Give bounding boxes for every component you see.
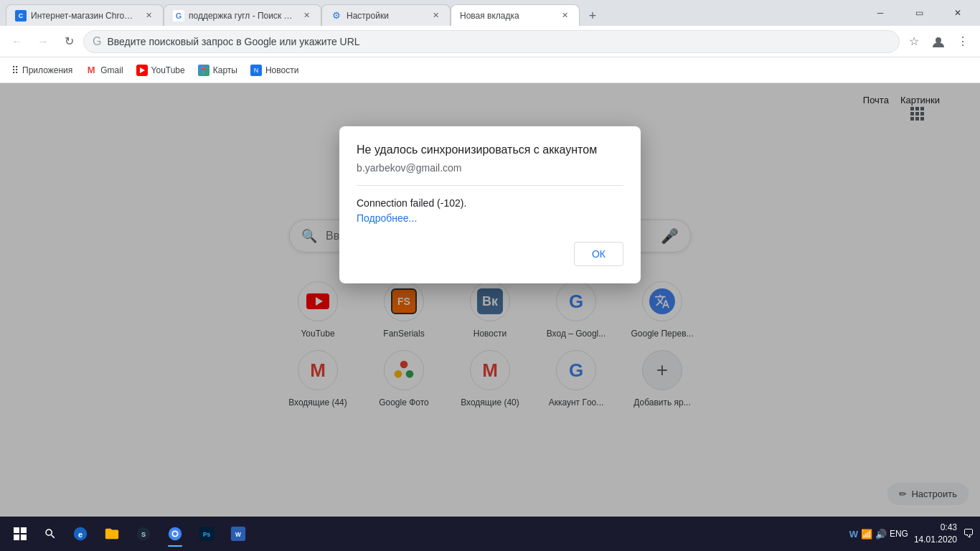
bookmark-news[interactable]: N Новости xyxy=(245,62,304,79)
tab-new-tab[interactable]: Новая вкладка ✕ xyxy=(451,4,580,26)
taskbar: e S Ps W W 📶 xyxy=(0,517,980,551)
tab-chrome-store[interactable]: C Интернет-магазин Chrome - Ра... ✕ xyxy=(6,4,164,26)
tab1-title: Интернет-магазин Chrome - Ра... xyxy=(31,11,138,21)
tab4-title: Новая вкладка xyxy=(460,11,555,21)
bookmark-gmail[interactable]: M Gmail xyxy=(80,62,128,79)
address-bar-text: Введите поисковый запрос в Google или ук… xyxy=(107,36,890,47)
clock-time: 0:43 xyxy=(914,522,957,534)
gmail-favicon: M xyxy=(85,65,97,76)
maps-favicon: 📍 xyxy=(198,65,209,76)
taskbar-chrome[interactable] xyxy=(161,519,189,548)
clock-date: 14.01.2020 xyxy=(914,534,957,546)
title-bar: C Интернет-магазин Chrome - Ра... ✕ G по… xyxy=(0,0,980,26)
dialog-title: Не удалось синхронизироваться с аккаунто… xyxy=(357,143,623,156)
window-controls: ─ ▭ ✕ xyxy=(864,0,974,26)
toolbar-actions: ☆ ⋮ xyxy=(903,30,974,53)
bookmark-youtube-label: YouTube xyxy=(151,65,185,75)
maximize-button[interactable]: ▭ xyxy=(903,0,936,26)
taskbar-file-explorer[interactable] xyxy=(98,519,126,548)
language-indicator[interactable]: ENG xyxy=(890,529,908,539)
notification-center-icon[interactable]: 🗨 xyxy=(963,527,974,540)
dialog-learn-more-link[interactable]: Подробнее... xyxy=(357,212,417,224)
bookmark-gmail-label: Gmail xyxy=(100,65,123,75)
bookmark-news-label: Новости xyxy=(265,65,298,75)
minimize-button[interactable]: ─ xyxy=(864,0,897,26)
youtube-favicon xyxy=(136,65,148,76)
network-icon[interactable]: 📶 xyxy=(861,529,872,540)
tab1-close[interactable]: ✕ xyxy=(143,10,154,22)
svg-point-19 xyxy=(173,532,177,536)
tab2-favicon: G xyxy=(173,10,184,22)
toolbar: ← → ↻ G Введите поисковый запрос в Googl… xyxy=(0,26,980,57)
dialog-actions: ОК xyxy=(357,242,623,266)
bookmark-apps-label: Приложения xyxy=(22,65,72,75)
reload-button[interactable]: ↻ xyxy=(57,30,80,53)
taskbar-word[interactable]: W xyxy=(224,519,253,548)
tab2-title: поддержка гугл - Поиск в Goog... xyxy=(189,11,296,21)
tabs-container: C Интернет-магазин Chrome - Ра... ✕ G по… xyxy=(6,0,864,26)
new-tab-button[interactable]: + xyxy=(583,6,603,26)
content-area: Почта Картинки Google 🔍 🎤 xyxy=(0,83,980,517)
taskbar-start-button[interactable] xyxy=(6,519,34,548)
svg-point-0 xyxy=(936,37,941,43)
bookmark-maps[interactable]: 📍 Карты xyxy=(192,62,243,79)
tab4-close[interactable]: ✕ xyxy=(559,10,570,22)
dialog-overlay: Не удалось синхронизироваться с аккаунто… xyxy=(0,83,980,517)
taskbar-right: W 📶 🔊 ENG 0:43 14.01.2020 🗨 xyxy=(849,522,974,546)
svg-text:e: e xyxy=(78,530,83,539)
windows-logo xyxy=(14,527,27,540)
bookmark-youtube[interactable]: YouTube xyxy=(131,62,191,79)
apps-icon: ⠿ xyxy=(11,65,19,76)
sync-error-dialog: Не удалось синхронизироваться с аккаунто… xyxy=(339,126,641,283)
tab-settings[interactable]: ⚙ Настройки ✕ xyxy=(321,4,451,26)
address-bar-google-icon: G xyxy=(93,35,101,48)
dialog-subtitle: b.yarbekov@gmail.com xyxy=(357,162,623,174)
forward-button[interactable]: → xyxy=(32,30,55,53)
address-bar[interactable]: G Введите поисковый запрос в Google или … xyxy=(83,30,900,53)
profile-button[interactable] xyxy=(927,30,950,53)
bookmarks-bar: ⠿ Приложения M Gmail YouTube 📍 Карты N Н… xyxy=(0,57,980,83)
bookmark-apps[interactable]: ⠿ Приложения xyxy=(6,62,78,79)
tab3-close[interactable]: ✕ xyxy=(430,10,441,22)
volume-icon[interactable]: 🔊 xyxy=(875,529,887,540)
taskbar-photoshop[interactable]: Ps xyxy=(192,519,221,548)
tab2-close[interactable]: ✕ xyxy=(301,10,312,22)
browser-frame: C Интернет-магазин Chrome - Ра... ✕ G по… xyxy=(0,0,980,551)
tab3-favicon: ⚙ xyxy=(331,10,342,22)
dialog-ok-button[interactable]: ОК xyxy=(574,242,623,266)
back-button[interactable]: ← xyxy=(6,30,29,53)
dialog-body: Connection failed (-102). xyxy=(357,197,623,209)
tab1-favicon: C xyxy=(15,10,27,22)
close-button[interactable]: ✕ xyxy=(941,0,974,26)
tray-word-icon[interactable]: W xyxy=(849,529,858,540)
svg-text:S: S xyxy=(141,531,146,538)
bookmark-button[interactable]: ☆ xyxy=(903,30,925,53)
taskbar-time[interactable]: 0:43 14.01.2020 xyxy=(914,522,957,546)
taskbar-sys-icons: W 📶 🔊 ENG xyxy=(849,529,908,540)
taskbar-search-button[interactable] xyxy=(37,521,63,547)
svg-text:Ps: Ps xyxy=(203,532,211,538)
news-favicon: N xyxy=(250,65,262,76)
tab-google-search[interactable]: G поддержка гугл - Поиск в Goog... ✕ xyxy=(164,4,321,26)
svg-text:W: W xyxy=(235,532,241,538)
menu-button[interactable]: ⋮ xyxy=(951,30,974,53)
bookmark-maps-label: Карты xyxy=(213,65,237,75)
taskbar-ie[interactable]: e xyxy=(66,519,95,548)
tab3-title: Настройки xyxy=(347,11,425,21)
taskbar-steam[interactable]: S xyxy=(129,519,158,548)
